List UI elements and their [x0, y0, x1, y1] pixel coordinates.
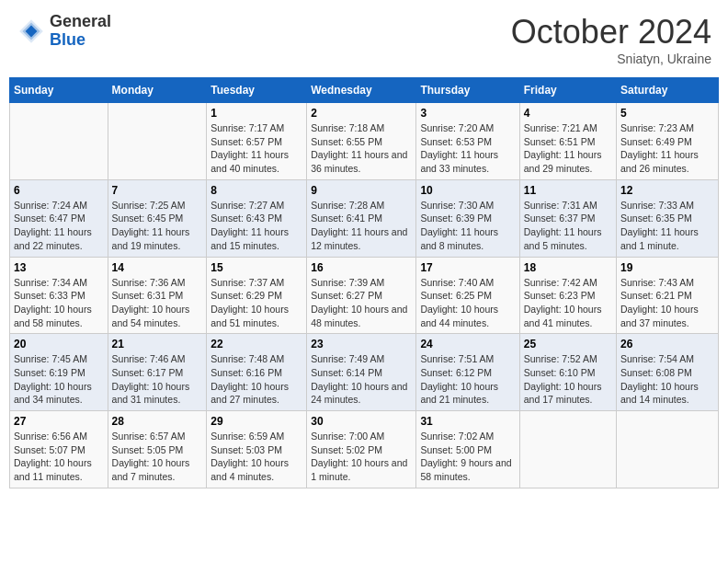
day-info: Sunrise: 7:42 AMSunset: 6:23 PMDaylight:… — [524, 276, 612, 330]
day-info: Sunrise: 7:51 AMSunset: 6:12 PMDaylight:… — [420, 352, 515, 407]
day-number: 30 — [311, 415, 412, 428]
day-info: Sunrise: 7:28 AMSunset: 6:41 PMDaylight:… — [311, 199, 412, 253]
day-cell: 18Sunrise: 7:42 AMSunset: 6:23 PMDayligh… — [519, 257, 616, 334]
day-cell — [108, 103, 207, 180]
day-number: 31 — [420, 415, 515, 428]
day-cell: 9Sunrise: 7:28 AMSunset: 6:41 PMDaylight… — [307, 179, 416, 257]
day-cell — [519, 411, 616, 488]
day-number: 13 — [14, 261, 104, 274]
day-cell: 17Sunrise: 7:40 AMSunset: 6:25 PMDayligh… — [416, 257, 519, 334]
day-number: 12 — [620, 184, 714, 197]
day-cell: 27Sunrise: 6:56 AMSunset: 5:07 PMDayligh… — [10, 411, 108, 488]
day-info: Sunrise: 7:20 AMSunset: 6:53 PMDaylight:… — [420, 121, 515, 176]
day-cell: 7Sunrise: 7:25 AMSunset: 6:45 PMDaylight… — [108, 179, 207, 257]
day-cell: 13Sunrise: 7:34 AMSunset: 6:33 PMDayligh… — [10, 257, 108, 334]
day-cell: 23Sunrise: 7:49 AMSunset: 6:14 PMDayligh… — [307, 334, 416, 411]
day-number: 15 — [210, 261, 302, 274]
day-info: Sunrise: 7:27 AMSunset: 6:43 PMDaylight:… — [210, 199, 302, 253]
day-number: 9 — [311, 184, 412, 197]
week-row-2: 6Sunrise: 7:24 AMSunset: 6:47 PMDaylight… — [10, 179, 719, 257]
day-cell: 28Sunrise: 6:57 AMSunset: 5:05 PMDayligh… — [108, 411, 207, 488]
day-number: 6 — [14, 184, 104, 197]
header-cell-wednesday: Wednesday — [307, 78, 416, 103]
title-section: October 2024 Sniatyn, Ukraine — [511, 13, 711, 66]
day-info: Sunrise: 7:46 AMSunset: 6:17 PMDaylight:… — [112, 352, 203, 407]
day-number: 3 — [420, 107, 515, 120]
day-cell: 2Sunrise: 7:18 AMSunset: 6:55 PMDaylight… — [307, 103, 416, 180]
day-info: Sunrise: 6:56 AMSunset: 5:07 PMDaylight:… — [14, 430, 104, 484]
day-info: Sunrise: 7:45 AMSunset: 6:19 PMDaylight:… — [14, 352, 104, 407]
day-cell: 19Sunrise: 7:43 AMSunset: 6:21 PMDayligh… — [617, 257, 719, 334]
day-info: Sunrise: 7:18 AMSunset: 6:55 PMDaylight:… — [311, 121, 412, 176]
month-title: October 2024 — [511, 13, 711, 52]
day-number: 8 — [210, 184, 302, 197]
day-info: Sunrise: 7:23 AMSunset: 6:49 PMDaylight:… — [620, 121, 714, 176]
day-cell: 20Sunrise: 7:45 AMSunset: 6:19 PMDayligh… — [10, 334, 108, 411]
day-number: 16 — [311, 261, 412, 274]
day-cell: 15Sunrise: 7:37 AMSunset: 6:29 PMDayligh… — [207, 257, 307, 334]
day-cell: 30Sunrise: 7:00 AMSunset: 5:02 PMDayligh… — [307, 411, 416, 488]
day-number: 29 — [210, 415, 302, 428]
day-info: Sunrise: 7:54 AMSunset: 6:08 PMDaylight:… — [620, 352, 714, 407]
logo-icon — [17, 17, 46, 46]
day-cell: 16Sunrise: 7:39 AMSunset: 6:27 PMDayligh… — [307, 257, 416, 334]
day-cell: 3Sunrise: 7:20 AMSunset: 6:53 PMDaylight… — [416, 103, 519, 180]
logo-blue: Blue — [50, 31, 111, 50]
calendar-table: SundayMondayTuesdayWednesdayThursdayFrid… — [9, 77, 719, 488]
header-cell-monday: Monday — [108, 78, 207, 103]
day-number: 14 — [112, 261, 203, 274]
day-number: 5 — [620, 107, 714, 120]
day-number: 23 — [311, 338, 412, 350]
day-number: 21 — [112, 338, 203, 350]
week-row-4: 20Sunrise: 7:45 AMSunset: 6:19 PMDayligh… — [10, 334, 719, 411]
day-cell: 26Sunrise: 7:54 AMSunset: 6:08 PMDayligh… — [617, 334, 719, 411]
week-row-5: 27Sunrise: 6:56 AMSunset: 5:07 PMDayligh… — [10, 411, 719, 488]
day-cell: 14Sunrise: 7:36 AMSunset: 6:31 PMDayligh… — [108, 257, 207, 334]
day-number: 10 — [420, 184, 515, 197]
day-info: Sunrise: 7:31 AMSunset: 6:37 PMDaylight:… — [524, 199, 612, 253]
day-cell: 6Sunrise: 7:24 AMSunset: 6:47 PMDaylight… — [10, 179, 108, 257]
day-number: 22 — [210, 338, 302, 350]
day-number: 11 — [524, 184, 612, 197]
day-info: Sunrise: 7:25 AMSunset: 6:45 PMDaylight:… — [112, 199, 203, 253]
day-cell: 25Sunrise: 7:52 AMSunset: 6:10 PMDayligh… — [519, 334, 616, 411]
day-cell — [10, 103, 108, 180]
day-cell: 4Sunrise: 7:21 AMSunset: 6:51 PMDaylight… — [519, 103, 616, 180]
day-cell: 8Sunrise: 7:27 AMSunset: 6:43 PMDaylight… — [207, 179, 307, 257]
header-cell-tuesday: Tuesday — [207, 78, 307, 103]
day-number: 17 — [420, 261, 515, 274]
day-cell: 29Sunrise: 6:59 AMSunset: 5:03 PMDayligh… — [207, 411, 307, 488]
week-row-3: 13Sunrise: 7:34 AMSunset: 6:33 PMDayligh… — [10, 257, 719, 334]
day-cell: 11Sunrise: 7:31 AMSunset: 6:37 PMDayligh… — [519, 179, 616, 257]
day-info: Sunrise: 7:39 AMSunset: 6:27 PMDaylight:… — [311, 276, 412, 330]
day-info: Sunrise: 7:30 AMSunset: 6:39 PMDaylight:… — [420, 199, 515, 253]
day-number: 4 — [524, 107, 612, 120]
header-cell-saturday: Saturday — [617, 78, 719, 103]
day-number: 2 — [311, 107, 412, 120]
day-info: Sunrise: 7:52 AMSunset: 6:10 PMDaylight:… — [524, 352, 612, 407]
day-info: Sunrise: 7:37 AMSunset: 6:29 PMDaylight:… — [210, 276, 302, 330]
day-info: Sunrise: 7:33 AMSunset: 6:35 PMDaylight:… — [620, 199, 714, 253]
day-info: Sunrise: 7:48 AMSunset: 6:16 PMDaylight:… — [210, 352, 302, 407]
day-info: Sunrise: 7:02 AMSunset: 5:00 PMDaylight:… — [420, 430, 515, 484]
header-cell-thursday: Thursday — [416, 78, 519, 103]
day-cell: 10Sunrise: 7:30 AMSunset: 6:39 PMDayligh… — [416, 179, 519, 257]
day-info: Sunrise: 7:34 AMSunset: 6:33 PMDaylight:… — [14, 276, 104, 330]
day-info: Sunrise: 7:17 AMSunset: 6:57 PMDaylight:… — [210, 121, 302, 176]
day-info: Sunrise: 7:49 AMSunset: 6:14 PMDaylight:… — [311, 352, 412, 407]
day-info: Sunrise: 6:59 AMSunset: 5:03 PMDaylight:… — [210, 430, 302, 484]
day-number: 27 — [14, 415, 104, 428]
day-cell: 31Sunrise: 7:02 AMSunset: 5:00 PMDayligh… — [416, 411, 519, 488]
page-header: General Blue October 2024 Sniatyn, Ukrai… — [9, 9, 719, 70]
day-number: 26 — [620, 338, 714, 350]
day-number: 18 — [524, 261, 612, 274]
logo-text: General Blue — [50, 13, 111, 50]
header-row: SundayMondayTuesdayWednesdayThursdayFrid… — [10, 78, 719, 103]
day-cell: 1Sunrise: 7:17 AMSunset: 6:57 PMDaylight… — [207, 103, 307, 180]
header-cell-sunday: Sunday — [10, 78, 108, 103]
logo-general: General — [50, 13, 111, 31]
day-number: 20 — [14, 338, 104, 350]
day-number: 28 — [112, 415, 203, 428]
header-cell-friday: Friday — [519, 78, 616, 103]
day-cell: 21Sunrise: 7:46 AMSunset: 6:17 PMDayligh… — [108, 334, 207, 411]
